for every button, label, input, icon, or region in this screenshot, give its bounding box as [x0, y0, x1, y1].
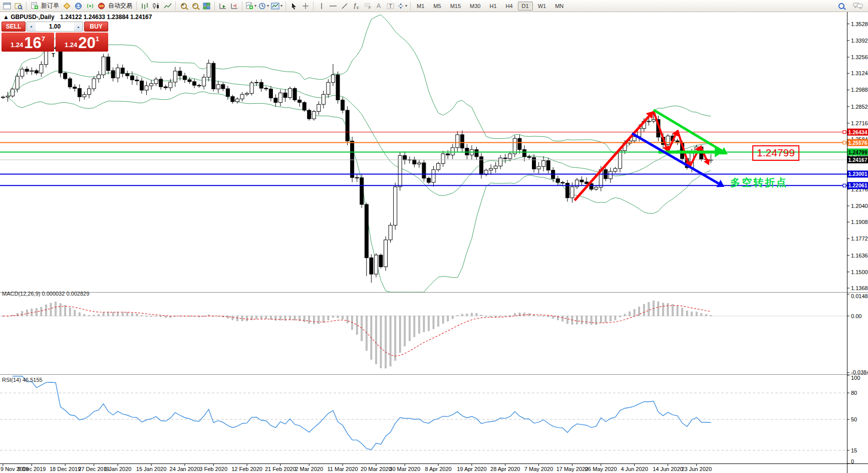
metaeditor-icon[interactable] [61, 1, 73, 11]
date-label: 3 Feb 2020 [199, 466, 227, 472]
trendline-icon[interactable] [339, 1, 350, 11]
toolbar-separator [26, 2, 27, 11]
new-order-label[interactable]: 新订单 [40, 2, 61, 10]
price-axis-ticks: 1.352801.339201.325601.312401.298801.285… [847, 21, 868, 291]
terminal-icon[interactable] [73, 1, 84, 11]
date-label: 9 Dec 2019 [18, 466, 46, 472]
bollinger-lower-band [8, 92, 711, 292]
svg-text:A: A [377, 3, 381, 10]
search-icon[interactable] [835, 1, 847, 11]
axis-label-1.25576: 1.25576 [847, 139, 868, 146]
sell-button[interactable]: SELL [2, 22, 26, 32]
t-text-object[interactable]: T [52, 52, 55, 58]
date-label: 19 Apr 2020 [457, 466, 486, 472]
line-handle [843, 184, 846, 187]
lot-size-input[interactable] [36, 22, 74, 31]
svg-text:1.23001: 1.23001 [848, 171, 867, 177]
date-label: 8 Apr 2020 [425, 466, 451, 472]
axis-label-1.22061: 1.22061 [847, 182, 868, 189]
chart-shift-icon[interactable] [228, 1, 240, 11]
lot-size-stepper: ▼ ▲ [27, 22, 83, 32]
ask-quote-button[interactable]: 1.24 20 1 [56, 33, 108, 52]
cursor-icon[interactable] [288, 1, 300, 11]
svg-text:1.32560: 1.32560 [851, 54, 868, 60]
timeframe-m30-button[interactable]: M30 [466, 2, 484, 11]
lot-increase-button[interactable]: ▲ [74, 22, 83, 31]
date-label: 14 Jun 2020 [653, 466, 683, 472]
date-label: 4 Jun 2020 [621, 466, 648, 472]
ask-prefix: 1.24 [65, 41, 77, 49]
svg-text:0: 0 [851, 458, 854, 464]
auto-scroll-icon[interactable] [217, 1, 228, 11]
date-label: 17 May 2020 [556, 466, 589, 472]
line-chart-icon[interactable] [162, 1, 173, 11]
svg-text:1.25576: 1.25576 [848, 140, 867, 146]
bars-chart-icon[interactable] [139, 1, 150, 11]
date-label: 23 Jun 2020 [681, 466, 712, 472]
crosshair-icon[interactable] [300, 1, 311, 11]
line-handle [843, 131, 846, 134]
mt4-window: { "toolbar": { "new_order": "新订单", "auto… [0, 0, 868, 473]
profiles-search-icon[interactable] [13, 1, 24, 11]
new-order-icon[interactable] [29, 1, 40, 11]
label-icon[interactable]: T [385, 1, 396, 11]
main-toolbar: 新订单 自动交易 + − ▾ ▾ ▾ ƒE F A T ▾ M1M5M15M30… [0, 0, 868, 12]
svg-text:100: 100 [851, 375, 860, 381]
svg-text:1.24799: 1.24799 [848, 149, 867, 155]
auto-trading-label[interactable]: 自动交易 [107, 2, 134, 10]
autotrading-icon[interactable] [96, 1, 107, 11]
arrows-icon[interactable]: ▾ [396, 1, 408, 11]
timeframe-m5-button[interactable]: M5 [429, 2, 445, 11]
date-label: 12 Feb 2020 [231, 466, 262, 472]
zoom-in-icon[interactable]: + [178, 1, 189, 11]
fibonacci-icon[interactable]: ƒE [350, 1, 362, 11]
svg-text:T: T [389, 3, 392, 9]
toolbar-separator [136, 2, 137, 11]
chat-icon[interactable] [852, 1, 864, 11]
bid-quote-button[interactable]: 1.24 16 7 [2, 33, 54, 52]
svg-text:1.16360: 1.16360 [851, 253, 868, 259]
timeframe-h4-button[interactable]: H4 [502, 2, 517, 11]
bull-bear-turning-point-note[interactable]: 多空转折点 [730, 176, 788, 189]
svg-text:1.33920: 1.33920 [851, 38, 868, 44]
date-label: 26 May 2020 [585, 466, 617, 472]
zoom-out-icon[interactable]: − [189, 1, 201, 11]
rsi-indicator-label: RSI(14) 46.5155 [2, 377, 43, 383]
timeframe-d1-button[interactable]: D1 [518, 2, 533, 11]
clock-icon[interactable]: ▾ [257, 1, 270, 11]
rsi-pane: 1008050150 [0, 375, 860, 464]
buy-button[interactable]: BUY [84, 22, 108, 32]
grid-icon[interactable]: F [362, 1, 373, 11]
bollinger-upper-band [8, 15, 711, 154]
date-label: 24 Jan 2020 [170, 466, 200, 472]
ask-pip-digit: 1 [96, 35, 99, 43]
timeframe-mn-button[interactable]: MN [551, 2, 567, 11]
vertical-line-icon[interactable] [316, 1, 327, 11]
text-icon[interactable]: A [373, 1, 385, 11]
svg-text:1.31240: 1.31240 [851, 70, 868, 76]
chart-canvas[interactable]: 1.352801.339201.325601.312401.298801.285… [0, 12, 868, 473]
signals-icon[interactable] [84, 1, 96, 11]
timeframe-m15-button[interactable]: M15 [446, 2, 465, 11]
tile-windows-icon[interactable] [201, 1, 212, 11]
svg-text:0.00: 0.00 [851, 313, 861, 319]
indicators-icon[interactable]: ▾ [244, 1, 257, 11]
price-level-callout[interactable]: 1.24799 [752, 145, 799, 161]
date-label: 7 May 2020 [524, 466, 553, 472]
lot-decrease-button[interactable]: ▼ [27, 22, 36, 31]
svg-text:1.28520: 1.28520 [851, 104, 868, 110]
timeframe-m1-button[interactable]: M1 [413, 2, 428, 11]
timeframe-h1-button[interactable]: H1 [485, 2, 500, 11]
impulse-up-arrow[interactable] [574, 111, 654, 200]
candles-chart-icon[interactable] [150, 1, 162, 11]
templates-icon[interactable]: ▾ [270, 1, 283, 11]
svg-text:1.29880: 1.29880 [851, 87, 868, 93]
date-label: 18 Dec 2019 [50, 466, 81, 472]
date-label: 30 Mar 2020 [389, 466, 420, 472]
horizontal-line-icon[interactable] [327, 1, 339, 11]
svg-text:1.20400: 1.20400 [851, 203, 868, 209]
window-icon[interactable] [1, 1, 13, 11]
timeframe-w1-button[interactable]: W1 [534, 2, 550, 11]
toolbar-separator [410, 2, 411, 11]
macd-pane: 0.01480.00-0.038415 [0, 293, 868, 375]
